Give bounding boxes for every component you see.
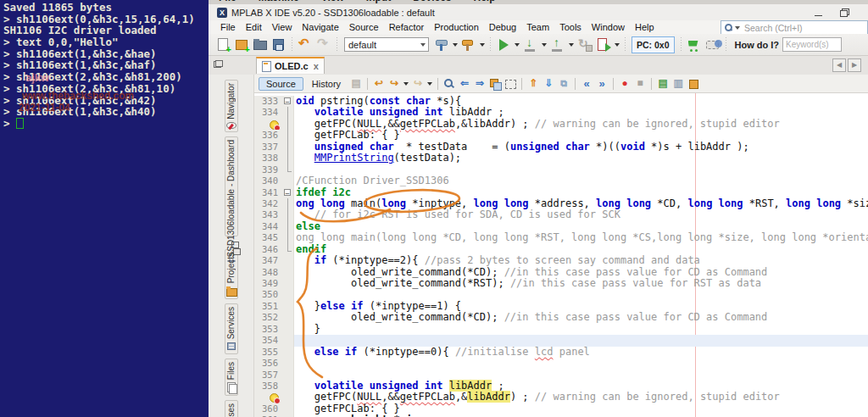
code-text[interactable]: // for i2c RST is used for SDA, CD is us… <box>294 209 868 220</box>
line-number[interactable] <box>254 392 282 403</box>
uncomment-icon[interactable] <box>671 77 685 91</box>
code-line[interactable]: 356 <box>254 358 868 369</box>
code-line[interactable]: 360 getFPCLab: { } <box>254 403 868 414</box>
menu-view[interactable]: View <box>267 22 298 32</box>
code-text[interactable]: ifdef i2c <box>294 187 868 198</box>
code-text[interactable] <box>294 289 868 300</box>
code-text[interactable] <box>294 335 868 346</box>
line-number[interactable]: 353 <box>254 324 282 335</box>
search-input[interactable] <box>743 22 867 34</box>
line-number[interactable]: 334 <box>254 107 282 118</box>
line-number[interactable]: 337 <box>254 142 282 153</box>
code-editor[interactable]: 333oid pstring(const char *s){334 volati… <box>254 93 868 417</box>
code-text[interactable]: volatile unsigned int libAddr ; <box>294 107 868 118</box>
code-line[interactable]: 352 oled_write_command(*CD); //in this c… <box>254 312 868 323</box>
code-text[interactable]: ong long main(long *inptype, long long *… <box>294 198 868 209</box>
dock-window-icon[interactable] <box>214 60 223 68</box>
line-number[interactable]: 360 <box>254 403 282 414</box>
sidebar-tab-ssd1306loadable-dashboard[interactable]: SSD1306loadable - Dashboard <box>225 136 238 236</box>
program-device-icon[interactable] <box>523 37 538 53</box>
line-number[interactable]: 349 <box>254 278 282 289</box>
code-text[interactable] <box>294 164 868 175</box>
code-line[interactable]: 336 getFPCLab: { } <box>254 130 868 141</box>
comment-icon[interactable] <box>656 77 670 91</box>
dropdown-caret-icon[interactable] <box>542 43 547 47</box>
duplicate-line-icon[interactable] <box>557 77 570 91</box>
code-line[interactable]: 348 oled_write_command(*CD); //in this c… <box>254 267 868 278</box>
line-number[interactable] <box>254 119 282 130</box>
menu-file[interactable]: File <box>215 22 241 32</box>
code-text[interactable]: unsigned char * testData = (unsigned cha… <box>294 142 868 153</box>
code-text[interactable]: MMPrintString(testData); <box>294 153 868 164</box>
warning-icon[interactable] <box>270 120 279 130</box>
code-text[interactable]: oled_write_command(*RST); //in this case… <box>294 278 868 289</box>
toggle-highlight-icon[interactable] <box>488 77 502 91</box>
sidebar-tab-projects[interactable]: Projects <box>225 249 238 299</box>
code-line[interactable]: 357 <box>254 370 868 381</box>
code-text[interactable]: getFPCLab: { } <box>294 130 868 141</box>
serial-terminal[interactable]: Saved 11865 bytes> sh1106ext(0,&h3c,15,1… <box>0 0 209 417</box>
line-number[interactable]: 351 <box>254 301 282 312</box>
code-text[interactable]: oid pstring(const char *s){ <box>294 96 868 107</box>
find-next-icon[interactable] <box>473 77 487 91</box>
menu-debug[interactable]: Debug <box>484 22 521 32</box>
tab-scroll-right-button[interactable]: ▶ <box>848 58 861 72</box>
line-number[interactable]: 356 <box>254 358 282 369</box>
menu-production[interactable]: Production <box>429 22 484 32</box>
code-text[interactable]: getFPCLab: { } <box>294 403 868 414</box>
code-text[interactable] <box>294 358 868 369</box>
menu-tools[interactable]: Tools <box>554 22 587 32</box>
line-number[interactable]: 336 <box>254 130 282 141</box>
open-project-icon[interactable] <box>253 37 268 53</box>
code-line[interactable]: 345ong long main(long long *CD, long lon… <box>254 232 868 243</box>
code-text[interactable] <box>294 370 868 381</box>
sidebar-tab-classes[interactable]: Classes <box>225 400 238 417</box>
code-line[interactable]: 358 volatile unsigned int libAddr ; <box>254 381 868 392</box>
code-line[interactable]: 333oid pstring(const char *s){ <box>254 96 868 107</box>
source-view-button[interactable]: Source <box>259 77 303 91</box>
line-number[interactable]: 339 <box>254 164 282 175</box>
dropdown-caret-icon[interactable] <box>615 43 620 47</box>
code-text[interactable]: }else if (*inptype==1) { <box>294 301 868 312</box>
code-line[interactable]: 341ifdef i2c <box>254 187 868 198</box>
code-line[interactable]: getFPC(NULL,&&getFPCLab,&libAddr) ; // w… <box>254 119 868 130</box>
line-number[interactable]: 357 <box>254 370 282 381</box>
menu-edit[interactable]: Edit <box>241 22 267 32</box>
code-line[interactable]: 355 else if (*inptype==0){ //initialise … <box>254 347 868 358</box>
back-icon[interactable] <box>372 77 386 91</box>
pc-counter-box[interactable]: PC: 0x0 <box>632 36 675 53</box>
line-number[interactable]: 333 <box>254 96 282 107</box>
last-edit-icon[interactable] <box>349 77 363 91</box>
line-number[interactable]: 354 <box>254 335 282 346</box>
save-all-icon[interactable] <box>271 37 287 53</box>
code-line[interactable]: 338 MMPrintString(testData); <box>254 153 868 164</box>
code-text[interactable]: else <box>294 221 868 232</box>
tab-scroll-left-button[interactable]: ◀ <box>832 58 846 72</box>
stop-macro-icon[interactable] <box>633 77 647 91</box>
code-line[interactable]: 346endif <box>254 244 868 255</box>
line-number[interactable]: 344 <box>254 221 282 232</box>
line-number[interactable]: 346 <box>254 244 282 255</box>
menu-source[interactable]: Source <box>344 22 384 32</box>
dropdown-caret-icon[interactable] <box>569 43 574 47</box>
run-icon[interactable] <box>496 37 511 53</box>
code-line[interactable]: 349 oled_write_command(*RST); //in this … <box>254 278 868 289</box>
rectangular-selection-icon[interactable] <box>504 77 517 91</box>
code-text[interactable]: volatile unsigned int libAddr ; <box>294 381 868 392</box>
line-number[interactable]: 352 <box>254 312 282 323</box>
fold-margin[interactable] <box>282 187 294 198</box>
code-text[interactable]: } <box>294 324 868 335</box>
dropdown-caret-icon[interactable] <box>515 43 520 47</box>
previous-occurrence-icon[interactable] <box>526 77 540 91</box>
line-number[interactable]: 341 <box>254 187 282 198</box>
line-number[interactable]: 348 <box>254 267 282 278</box>
find-icon[interactable] <box>442 77 456 91</box>
code-line[interactable]: 342ong long main(long *inptype, long lon… <box>254 198 868 209</box>
cart-icon[interactable] <box>687 37 702 53</box>
shift-left-icon[interactable] <box>580 77 593 91</box>
next-matching-icon[interactable] <box>411 77 425 91</box>
code-text[interactable]: getFPC(NULL,&&getFPCLab,&libAddr) ; // w… <box>294 119 868 130</box>
new-project-icon[interactable] <box>234 37 249 53</box>
sidebar-tab-files[interactable]: Files <box>225 359 238 396</box>
read-device-icon[interactable] <box>550 37 565 53</box>
